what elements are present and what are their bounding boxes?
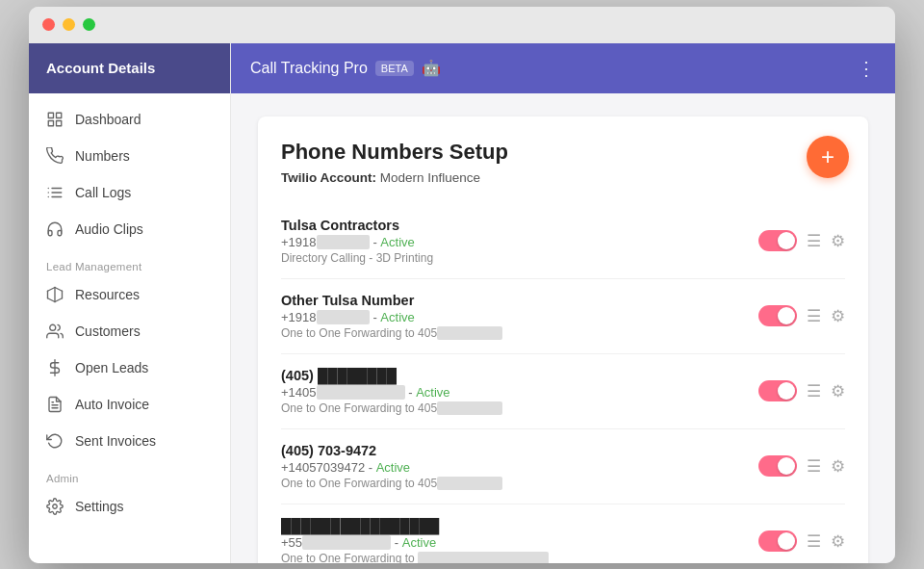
sidebar-nav: Dashboard Numbers Call Logs (29, 93, 230, 563)
sidebar-item-label-resources: Resources (75, 287, 140, 302)
app-container: Account Details Dashboard Numbers (29, 43, 895, 563)
refresh-icon (46, 432, 64, 450)
list-details-button[interactable]: ☰ (807, 381, 821, 401)
toggle-track (758, 380, 797, 401)
row-actions: ☰ ⚙ (758, 530, 845, 552)
phone-number-line: +14057039472 - Active (281, 460, 747, 475)
sidebar-item-sent-invoices[interactable]: Sent Invoices (29, 423, 230, 459)
active-status: Active (416, 385, 449, 400)
phone-row: (405) 703-9472 +14057039472 - Active One… (281, 429, 845, 504)
toggle-switch[interactable] (758, 530, 797, 552)
sidebar-item-settings[interactable]: Settings (29, 488, 230, 525)
sidebar-item-numbers[interactable]: Numbers (29, 138, 230, 174)
twilio-account: Twilio Account: Modern Influence (281, 170, 845, 185)
sidebar-item-dashboard[interactable]: Dashboard (29, 101, 230, 138)
sidebar: Account Details Dashboard Numbers (29, 43, 231, 563)
row-settings-button[interactable]: ⚙ (831, 306, 845, 326)
add-phone-button[interactable]: + (807, 136, 849, 178)
title-bar (29, 7, 895, 43)
phone-desc: One to One Forwarding to 405████████ (281, 477, 747, 490)
main-area: Call Tracking Pro BETA 🤖 ⋮ Phone Numbers… (231, 43, 895, 563)
phone-row: (405) ████████ +1405██████████ - Active … (281, 354, 845, 429)
toggle-track (758, 530, 797, 552)
blurred-forward: ████████ (437, 477, 502, 490)
dollar-icon (46, 359, 64, 376)
phone-desc: One to One Forwarding to 405████████ (281, 401, 747, 415)
sidebar-item-auto-invoice[interactable]: Auto Invoice (29, 386, 230, 423)
phone-info: ████████████████ +55██████████ - Active … (281, 518, 747, 563)
active-status: Active (402, 535, 436, 550)
phone-row: Tulsa Contractors +1918██████ - Active D… (281, 204, 845, 279)
blurred-forward: ████████ (437, 326, 502, 340)
row-settings-button[interactable]: ⚙ (831, 531, 845, 552)
svg-rect-2 (48, 120, 53, 125)
sidebar-item-call-logs[interactable]: Call Logs (29, 174, 230, 211)
phone-desc: One to One Forwarding to ███████████████… (281, 552, 747, 563)
phone-row: ████████████████ +55██████████ - Active … (281, 504, 845, 563)
blurred-number: ██████ (317, 235, 370, 249)
list-details-button[interactable]: ☰ (807, 231, 821, 251)
sidebar-item-label-numbers: Numbers (75, 148, 130, 164)
sidebar-item-customers[interactable]: Customers (29, 313, 230, 349)
robot-emoji: 🤖 (422, 59, 441, 77)
svg-line-13 (48, 297, 56, 301)
toggle-switch[interactable] (758, 305, 797, 326)
row-settings-button[interactable]: ⚙ (831, 231, 845, 251)
blurred-name: ████████ (318, 368, 397, 383)
phone-icon (46, 147, 64, 165)
row-actions: ☰ ⚙ (758, 380, 845, 401)
sidebar-item-audio-clips[interactable]: Audio Clips (29, 211, 230, 247)
svg-line-11 (48, 287, 56, 291)
toggle-thumb (778, 532, 795, 550)
toggle-thumb (778, 307, 795, 324)
sidebar-item-label-auto-invoice: Auto Invoice (75, 397, 149, 412)
phone-info: Other Tulsa Number +1918██████ - Active … (281, 293, 747, 340)
main-body: Phone Numbers Setup Twilio Account: Mode… (231, 93, 895, 563)
page-title: Phone Numbers Setup (281, 140, 845, 165)
app-window: Account Details Dashboard Numbers (29, 7, 895, 563)
toggle-thumb (778, 457, 795, 475)
grid-icon (46, 111, 64, 128)
svg-line-14 (55, 297, 63, 301)
svg-rect-1 (57, 113, 62, 117)
phone-name: ████████████████ (281, 518, 747, 533)
list-details-button[interactable]: ☰ (807, 531, 821, 552)
svg-line-12 (55, 287, 63, 291)
phone-info: Tulsa Contractors +1918██████ - Active D… (281, 218, 747, 265)
phone-name: (405) 703-9472 (281, 443, 747, 458)
sidebar-item-label-open-leads: Open Leads (75, 360, 148, 375)
phone-desc: Directory Calling - 3D Printing (281, 251, 747, 265)
content-card: Phone Numbers Setup Twilio Account: Mode… (258, 116, 868, 563)
headphones-icon (46, 220, 64, 238)
sidebar-item-resources[interactable]: Resources (29, 276, 230, 313)
maximize-button[interactable] (83, 18, 95, 31)
list-details-button[interactable]: ☰ (807, 456, 821, 477)
sidebar-item-label-sent-invoices: Sent Invoices (75, 433, 156, 449)
toggle-switch[interactable] (758, 230, 797, 251)
row-settings-button[interactable]: ⚙ (831, 456, 845, 477)
toggle-switch[interactable] (758, 380, 797, 401)
svg-point-17 (50, 324, 56, 330)
resources-icon (46, 286, 64, 303)
sidebar-item-open-leads[interactable]: Open Leads (29, 349, 230, 386)
header-title-group: Call Tracking Pro BETA 🤖 (250, 59, 441, 77)
toggle-switch[interactable] (758, 455, 797, 477)
more-options-button[interactable]: ⋮ (857, 57, 876, 80)
list-details-button[interactable]: ☰ (807, 306, 821, 326)
sidebar-item-label-dashboard: Dashboard (75, 112, 141, 127)
close-button[interactable] (42, 18, 55, 31)
phone-number-line: +1918██████ - Active (281, 310, 747, 324)
blurred-number: ██████████ (302, 535, 391, 550)
phone-number-line: +1918██████ - Active (281, 235, 747, 249)
minimize-button[interactable] (63, 18, 75, 31)
phone-number-line: +1405██████████ - Active (281, 385, 747, 400)
blurred-number: ██████████ (317, 385, 405, 400)
toggle-thumb (778, 382, 795, 400)
blurred-forward: ████████████████ (418, 552, 549, 563)
phone-info: (405) ████████ +1405██████████ - Active … (281, 368, 747, 415)
row-settings-button[interactable]: ⚙ (831, 381, 845, 401)
toggle-track (758, 230, 797, 251)
phone-row: Other Tulsa Number +1918██████ - Active … (281, 279, 845, 354)
twilio-value: Modern Influence (380, 170, 480, 185)
beta-badge: BETA (375, 61, 414, 76)
